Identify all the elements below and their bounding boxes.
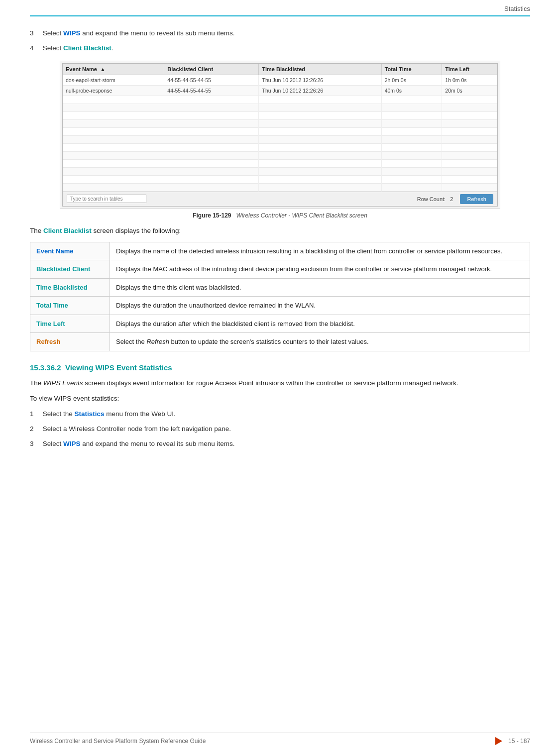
- screenshot-footer: Row Count: 2 Refresh: [63, 192, 497, 206]
- step-bottom-1-after: menu from the Web UI.: [105, 410, 176, 418]
- step-num-3: 3: [30, 28, 41, 38]
- desc-link: Client Blacklist: [43, 227, 92, 234]
- step-3-link: WIPS: [63, 29, 81, 37]
- table-row: [63, 159, 497, 167]
- col-total-time: Total Time: [381, 64, 442, 75]
- info-label-refresh: Refresh: [30, 333, 110, 351]
- table-row: [63, 183, 497, 191]
- screenshot-wrapper: Event Name ▲ Blacklisted Client Time Bla…: [60, 61, 500, 209]
- info-row-total-time: Total Time Displays the duration the una…: [30, 297, 530, 315]
- info-row-time-left: Time Left Displays the duration after wh…: [30, 315, 530, 333]
- step-bottom-3-link: WIPS: [63, 440, 81, 447]
- info-label-time-blacklisted: Time Blacklisted: [30, 278, 110, 297]
- table-row: [63, 143, 497, 151]
- col-blacklisted-client: Blacklisted Client: [164, 64, 259, 75]
- cell-blacklisted-1: 44-55-44-55-44-55: [164, 75, 259, 85]
- step-4-link: Client Blacklist: [63, 44, 112, 52]
- info-label-time-left: Time Left: [30, 315, 110, 333]
- step-bottom-1-link: Statistics: [75, 410, 105, 418]
- step-3-text-after: and expand the menu to reveal its sub me…: [81, 29, 235, 37]
- step-bottom-1-before: Select the: [43, 410, 75, 418]
- info-label-event-name: Event Name: [30, 242, 110, 260]
- step-bottom-num-2: 2: [30, 424, 41, 434]
- chevron-icon: [495, 737, 502, 745]
- info-value-event-name: Displays the name of the detected wirele…: [110, 242, 530, 260]
- footer-left: Wireless Controller and Service Platform…: [30, 738, 206, 745]
- step-bottom-3-after: and expand the menu to reveal its sub me…: [81, 440, 235, 447]
- body-para-1: The WIPS Events screen displays event in…: [30, 378, 530, 389]
- footer-page-number: 15 - 187: [508, 738, 530, 745]
- cell-blacklisted-2: 44-55-44-55-44-55: [164, 85, 259, 96]
- page-header: Statistics: [30, 0, 530, 16]
- header-title: Statistics: [504, 5, 530, 12]
- table-row: [63, 104, 497, 111]
- table-row: [63, 111, 497, 119]
- section-heading: 15.3.36.2 Viewing WIPS Event Statistics: [30, 363, 530, 372]
- refresh-button[interactable]: Refresh: [460, 194, 493, 204]
- figure-caption: Figure 15-129 Wireless Controller - WIPS…: [30, 212, 530, 219]
- info-value-blacklisted-client: Displays the MAC address of the intrudin…: [110, 260, 530, 279]
- step-4-text-before: Select: [43, 44, 63, 52]
- step-4-text-after: .: [112, 44, 113, 52]
- cell-left-1: 1h 0m 0s: [442, 75, 497, 85]
- desc-before: The: [30, 227, 43, 234]
- screenshot-inner: Event Name ▲ Blacklisted Client Time Bla…: [62, 63, 498, 207]
- footer-right: 15 - 187: [495, 737, 530, 745]
- cell-event-name-1: dos-eapol-start-storm: [63, 75, 164, 85]
- col-time-left: Time Left: [442, 64, 497, 75]
- step-num-4: 4: [30, 43, 41, 53]
- col-time-blacklisted: Time Blacklisted: [259, 64, 381, 75]
- step-bottom-2: 2 Select a Wireless Controller node from…: [30, 424, 530, 434]
- search-input[interactable]: [67, 195, 146, 203]
- cell-left-2: 20m 0s: [442, 85, 497, 96]
- info-value-refresh: Select the Refresh button to update the …: [110, 333, 530, 351]
- step-3: 3 Select WIPS and expand the menu to rev…: [30, 28, 530, 38]
- col-event-name: Event Name ▲: [63, 64, 164, 75]
- description: The Client Blacklist screen displays the…: [30, 226, 530, 236]
- row-count-label: Row Count: 2: [417, 196, 453, 202]
- step-bottom-1: 1 Select the Statistics menu from the We…: [30, 409, 530, 419]
- info-label-total-time: Total Time: [30, 297, 110, 315]
- step-bottom-3: 3 Select WIPS and expand the menu to rev…: [30, 439, 530, 449]
- desc-after: screen displays the following:: [92, 227, 181, 234]
- page-footer: Wireless Controller and Service Platform…: [30, 733, 530, 745]
- info-row-refresh: Refresh Select the Refresh button to upd…: [30, 333, 530, 351]
- table-row: [63, 151, 497, 159]
- section-number: 15.3.36.2: [30, 363, 61, 372]
- cell-event-name-2: null-probe-response: [63, 85, 164, 96]
- info-value-total-time: Displays the duration the unauthorized d…: [110, 297, 530, 315]
- figure-text: Wireless Controller - WIPS Client Blackl…: [233, 212, 367, 219]
- info-row-blacklisted-client: Blacklisted Client Displays the MAC addr…: [30, 260, 530, 279]
- table-row: null-probe-response 44-55-44-55-44-55 Th…: [63, 85, 497, 96]
- info-table: Event Name Displays the name of the dete…: [30, 242, 530, 351]
- table-row: [63, 175, 497, 183]
- step-bottom-3-before: Select: [43, 440, 63, 447]
- section-title: Viewing WIPS Event Statistics: [65, 363, 172, 372]
- table-header-row: Event Name ▲ Blacklisted Client Time Bla…: [63, 64, 497, 75]
- info-value-time-left: Displays the duration after which the bl…: [110, 315, 530, 333]
- table-row: [63, 127, 497, 135]
- table-row: [63, 135, 497, 143]
- step-4: 4 Select Client Blacklist.: [30, 43, 530, 53]
- body-para-2: To view WIPS event statistics:: [30, 393, 530, 404]
- client-blacklist-table: Event Name ▲ Blacklisted Client Time Bla…: [63, 64, 497, 192]
- table-row: [63, 96, 497, 104]
- table-row: [63, 167, 497, 175]
- figure-label: Figure 15-129: [193, 212, 231, 219]
- step-bottom-num-1: 1: [30, 409, 41, 419]
- table-row: [63, 119, 497, 127]
- cell-time-bl-2: Thu Jun 10 2012 12:26:26: [259, 85, 381, 96]
- info-row-time-blacklisted: Time Blacklisted Displays the time this …: [30, 278, 530, 297]
- cell-time-bl-1: Thu Jun 10 2012 12:26:26: [259, 75, 381, 85]
- info-value-time-blacklisted: Displays the time this client was blackl…: [110, 278, 530, 297]
- info-label-blacklisted-client: Blacklisted Client: [30, 260, 110, 279]
- cell-total-2: 40m 0s: [381, 85, 442, 96]
- step-3-text-before: Select: [43, 29, 63, 37]
- table-row: dos-eapol-start-storm 44-55-44-55-44-55 …: [63, 75, 497, 85]
- step-bottom-2-text: Select a Wireless Controller node from t…: [43, 425, 231, 432]
- step-bottom-num-3: 3: [30, 439, 41, 449]
- wips-events-italic: WIPS Events: [43, 379, 83, 387]
- cell-total-1: 2h 0m 0s: [381, 75, 442, 85]
- info-row-event-name: Event Name Displays the name of the dete…: [30, 242, 530, 260]
